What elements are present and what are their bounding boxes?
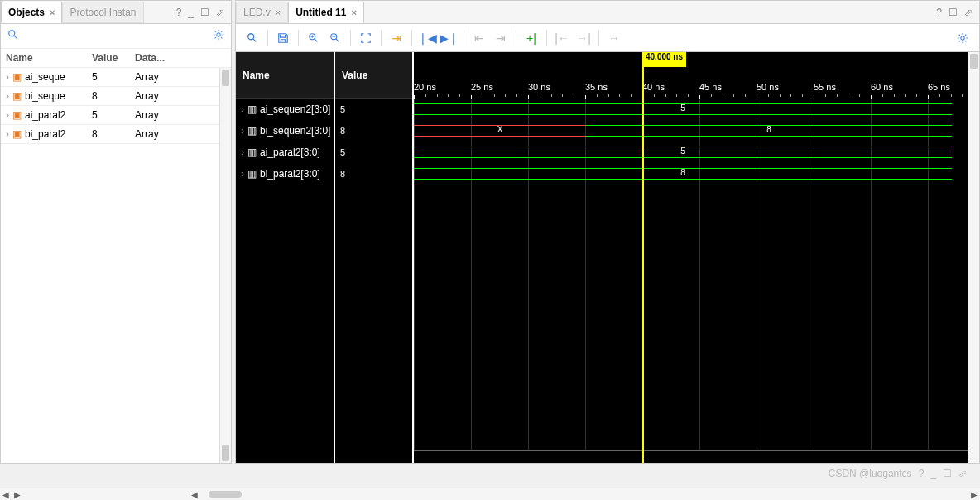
scroll-left-icon[interactable]: ◀ [189,490,200,499]
tab-label: Untitled 11 [295,7,346,18]
separator [298,30,299,46]
search-icon[interactable] [7,29,19,43]
bus-value: 8 [414,168,952,177]
minimize-icon[interactable]: _ [930,468,936,479]
col-name-header[interactable]: Name [6,52,92,64]
objects-panel: Objects × Protocol Instan ? _ ☐ ⬀ Name [0,0,232,464]
time-ruler[interactable]: 40.000 ns 20 ns25 ns30 ns35 ns40 ns45 ns… [414,52,979,99]
expand-icon[interactable]: › [241,125,244,137]
scroll-left-icon[interactable]: ◀ [0,490,12,499]
zoom-fit-icon[interactable] [356,28,376,48]
expand-icon[interactable]: › [241,147,244,158]
close-icon[interactable]: × [276,7,281,17]
close-icon[interactable]: × [50,7,55,17]
popout-icon[interactable]: ⬀ [958,468,967,479]
wave-footer [414,450,979,463]
zoom-out-icon[interactable] [325,28,345,48]
maximize-icon[interactable]: ☐ [200,7,209,18]
go-first-icon[interactable]: ❘◀ [417,28,437,48]
signal-name: ai_seque [25,71,65,83]
signal-value: 8 [92,90,135,102]
goto-cursor-icon[interactable]: ⇥ [387,28,406,48]
bus-value: 8 [586,125,952,134]
zoom-in-icon[interactable] [304,28,324,48]
objects-header: Name Value Data... [1,49,231,68]
signal-lane[interactable]: 8 [414,163,979,185]
signal-datatype: Array [135,71,185,83]
cursor-line[interactable] [642,52,644,463]
search-icon[interactable] [243,28,262,48]
signal-lane[interactable]: 5 [414,99,979,120]
signal-name: ai_paral2 [25,109,65,121]
minor-tick [916,94,917,97]
waveform-area: Name ›▥ai_sequen2[3:0]›▥bi_sequen2[3:0]›… [236,52,979,463]
minor-tick [574,94,574,97]
time-tick: 40 ns [642,82,665,92]
wave-signal-name: ai_sequen2[3:0] [260,103,330,115]
object-row[interactable]: ›▣bi_seque 8 Array [1,87,231,106]
object-row[interactable]: ›▣ai_paral2 5 Array [1,106,231,125]
signal-lane[interactable]: 5 [414,142,979,163]
minor-tick [619,94,620,97]
svg-point-0 [9,31,15,36]
expand-icon[interactable]: › [6,128,9,140]
object-row[interactable]: ›▣bi_paral2 8 Array [1,125,231,144]
expand-icon[interactable]: › [6,109,9,121]
signal-lane[interactable]: X8 [414,120,979,142]
wave-signal-row[interactable]: ›▥ai_sequen2[3:0] [236,99,334,120]
scroll-right-icon[interactable]: ▶ [968,490,980,499]
watermark: CSDN @luogantcs [829,468,912,479]
wave-signal-value: 8 [335,120,412,142]
name-header[interactable]: Name [236,52,334,99]
signal-value: 5 [92,109,135,121]
maximize-icon[interactable]: ☐ [949,7,958,18]
scroll-right-icon[interactable]: ▶ [12,490,23,499]
expand-icon[interactable]: › [6,90,9,102]
gear-icon[interactable] [213,29,224,43]
waveform-toolbar: ⇥ ❘◀ ▶❘ ⇤ ⇥ +| |← →| ↔ [236,24,979,52]
help-icon[interactable]: ? [176,7,182,18]
object-row[interactable]: ›▣ai_seque 5 Array [1,68,231,87]
col-data-header[interactable]: Data... [135,52,185,64]
maximize-icon[interactable]: ☐ [943,468,952,479]
popout-icon[interactable]: ⬀ [216,7,224,18]
go-last-icon[interactable]: ▶❘ [439,28,459,48]
next-edge-icon[interactable]: ⇥ [491,28,511,48]
wave-signal-row[interactable]: ›▥bi_paral2[3:0] [236,163,334,185]
time-tick: 50 ns [757,82,779,92]
next-marker-icon[interactable]: →| [574,28,593,48]
left-tabs: Objects × Protocol Instan ? _ ☐ ⬀ [1,1,231,24]
swap-icon[interactable]: ↔ [604,28,624,48]
add-marker-icon[interactable]: +| [521,28,541,48]
wave-scrollbar-vertical[interactable] [968,52,979,463]
prev-marker-icon[interactable]: |← [552,28,572,48]
value-header[interactable]: Value [335,52,412,99]
cursor-time-label[interactable]: 40.000 ns [642,52,686,67]
tab-protocol[interactable]: Protocol Instan [62,2,143,23]
expand-icon[interactable]: › [241,168,244,180]
scrollbar-vertical[interactable] [219,68,231,463]
help-icon[interactable]: ? [919,468,925,479]
expand-icon[interactable]: › [241,103,244,115]
wave-signal-row[interactable]: ›▥ai_paral2[3:0] [236,142,334,163]
close-icon[interactable]: × [351,7,356,17]
tab-ledv[interactable]: LED.v × [236,2,288,23]
settings-gear-icon[interactable] [953,28,973,48]
wave-scrollbar-horizontal[interactable]: ◀ ▶ ◀ ▶ [0,488,980,500]
prev-edge-icon[interactable]: ⇤ [469,28,489,48]
wave-signal-value: 5 [335,142,412,163]
popout-icon[interactable]: ⬀ [964,7,973,18]
tab-objects[interactable]: Objects × [1,2,62,23]
search-input[interactable] [24,31,208,42]
col-value-header[interactable]: Value [92,52,135,64]
save-icon[interactable] [273,28,293,48]
minor-tick [608,94,609,97]
minimize-icon[interactable]: _ [188,7,194,18]
time-tick: 45 ns [699,82,722,92]
signal-icon: ▣ [12,90,22,102]
waveform-plot[interactable]: 40.000 ns 20 ns25 ns30 ns35 ns40 ns45 ns… [414,52,979,463]
wave-signal-row[interactable]: ›▥bi_sequen2[3:0] [236,120,334,142]
help-icon[interactable]: ? [936,7,942,18]
tab-untitled[interactable]: Untitled 11 × [288,2,364,23]
expand-icon[interactable]: › [6,71,9,83]
